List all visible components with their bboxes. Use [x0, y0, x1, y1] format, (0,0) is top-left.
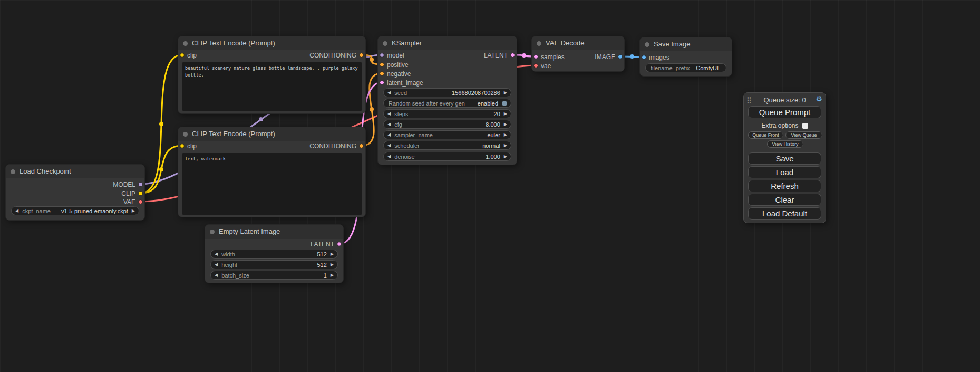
- decrement-arrow-icon[interactable]: ◀: [215, 262, 218, 267]
- increment-arrow-icon[interactable]: ▶: [331, 262, 334, 267]
- view-history-button[interactable]: View History: [767, 140, 803, 148]
- node-title-bar[interactable]: KSampler: [378, 36, 517, 50]
- increment-arrow-icon[interactable]: ▶: [504, 143, 507, 148]
- collapse-dot-icon[interactable]: [383, 41, 387, 46]
- node-empty-latent-image[interactable]: Empty Latent Image LATENT ◀ width 512 ▶ …: [205, 224, 344, 283]
- widget-batch-size[interactable]: ◀ batch_size 1 ▶: [210, 271, 338, 280]
- output-socket-latent[interactable]: [337, 242, 342, 246]
- decrement-arrow-icon[interactable]: ◀: [215, 273, 218, 278]
- widget-steps[interactable]: ◀ steps 20 ▶: [383, 109, 511, 118]
- widget-cfg[interactable]: ◀ cfg 8.000 ▶: [383, 120, 511, 129]
- increment-arrow-icon[interactable]: ▶: [331, 273, 334, 278]
- input-socket-model[interactable]: [380, 53, 384, 58]
- widget-height[interactable]: ◀ height 512 ▶: [210, 260, 338, 269]
- increment-arrow-icon[interactable]: ▶: [504, 111, 507, 116]
- save-button[interactable]: Save: [748, 152, 821, 165]
- collapse-dot-icon[interactable]: [183, 132, 188, 137]
- input-label-images: images: [649, 54, 669, 61]
- wire-midpoint-dot: [522, 53, 526, 58]
- view-queue-button[interactable]: View Queue: [785, 131, 822, 139]
- node-vae-decode[interactable]: VAE Decode samples vae IMAGE: [531, 36, 625, 72]
- input-label-model: model: [387, 52, 404, 59]
- output-socket-vae[interactable]: [138, 199, 143, 204]
- widget-sampler-name[interactable]: ◀ sampler_name euler ▶: [383, 130, 511, 139]
- input-socket-images[interactable]: [642, 55, 646, 60]
- collapse-dot-icon[interactable]: [11, 169, 15, 174]
- queue-prompt-button[interactable]: Queue Prompt: [748, 106, 821, 118]
- output-label-image: IMAGE: [595, 53, 615, 61]
- node-title-bar[interactable]: CLIP Text Encode (Prompt): [178, 127, 365, 141]
- seed-toggle-icon[interactable]: [502, 101, 507, 106]
- prompt-textarea[interactable]: text, watermark: [182, 153, 362, 215]
- comfyui-canvas[interactable]: { "colors": { "model": "#B39DDB", "clip"…: [0, 0, 980, 372]
- collapse-dot-icon[interactable]: [210, 230, 215, 234]
- input-socket-vae[interactable]: [533, 63, 538, 68]
- widget-random-seed[interactable]: Random seed after every gen enabled: [383, 99, 511, 108]
- node-title: CLIP Text Encode (Prompt): [192, 130, 275, 138]
- decrement-arrow-icon[interactable]: ◀: [387, 154, 391, 159]
- input-socket-clip[interactable]: [180, 144, 185, 148]
- decrement-arrow-icon[interactable]: ◀: [387, 90, 391, 95]
- widget-scheduler[interactable]: ◀ scheduler normal ▶: [383, 141, 511, 150]
- collapse-dot-icon[interactable]: [537, 41, 541, 46]
- output-socket-model[interactable]: [138, 182, 143, 187]
- decrement-arrow-icon[interactable]: ◀: [387, 111, 391, 116]
- widget-ckpt-name[interactable]: ◀ ckpt_name v1-5-pruned-emaonly.ckpt ▶: [11, 206, 139, 215]
- node-save-image[interactable]: Save Image images filename_prefix ComfyU…: [639, 37, 732, 77]
- decrement-arrow-icon[interactable]: ◀: [387, 143, 391, 148]
- refresh-button[interactable]: Refresh: [748, 180, 821, 192]
- clear-button[interactable]: Clear: [748, 194, 821, 206]
- input-socket-samples[interactable]: [533, 54, 538, 59]
- widget-seed[interactable]: ◀ seed 156680208700286 ▶: [383, 88, 511, 97]
- input-socket-negative[interactable]: [380, 71, 384, 76]
- input-socket-latent-image[interactable]: [380, 80, 384, 85]
- queue-front-button[interactable]: Queue Front: [748, 131, 783, 139]
- node-clip-text-encode-positive[interactable]: CLIP Text Encode (Prompt) clip CONDITION…: [178, 36, 366, 114]
- node-title-bar[interactable]: Empty Latent Image: [205, 225, 343, 239]
- load-button[interactable]: Load: [748, 166, 821, 178]
- increment-arrow-icon[interactable]: ▶: [504, 154, 507, 159]
- prompt-textarea[interactable]: beautiful scenery nature glass bottle la…: [182, 62, 362, 111]
- node-title-bar[interactable]: VAE Decode: [532, 36, 624, 50]
- wire-midpoint-dot: [259, 117, 263, 121]
- decrement-arrow-icon[interactable]: ◀: [387, 132, 391, 137]
- settings-gear-icon[interactable]: ⚙: [816, 94, 822, 103]
- widget-label: cfg: [394, 121, 402, 128]
- widget-denoise[interactable]: ◀ denoise 1.000 ▶: [383, 152, 511, 161]
- output-socket-image[interactable]: [618, 54, 623, 59]
- output-socket-conditioning[interactable]: [359, 53, 364, 58]
- node-title-bar[interactable]: Load Checkpoint: [6, 165, 144, 178]
- increment-arrow-icon[interactable]: ▶: [504, 132, 507, 137]
- output-socket-conditioning[interactable]: [359, 144, 364, 148]
- wire-midpoint-dot: [159, 167, 163, 171]
- load-default-button[interactable]: Load Default: [748, 207, 821, 220]
- node-ksampler[interactable]: KSampler model positive negative latent_…: [377, 36, 517, 165]
- decrement-arrow-icon[interactable]: ◀: [15, 208, 18, 213]
- node-title-bar[interactable]: CLIP Text Encode (Prompt): [178, 36, 365, 50]
- output-socket-latent[interactable]: [510, 53, 515, 58]
- queue-size-label: Queue size: 0: [744, 96, 826, 104]
- node-clip-text-encode-negative[interactable]: CLIP Text Encode (Prompt) clip CONDITION…: [178, 127, 366, 217]
- node-load-checkpoint[interactable]: Load Checkpoint MODEL CLIP VAE ◀ ckpt_na…: [5, 164, 145, 221]
- increment-arrow-icon[interactable]: ▶: [504, 90, 507, 95]
- input-socket-positive[interactable]: [380, 62, 384, 67]
- wire-midpoint-dot: [370, 107, 374, 111]
- widget-value: v1-5-pruned-emaonly.ckpt: [61, 208, 128, 214]
- increment-arrow-icon[interactable]: ▶: [132, 208, 135, 213]
- input-socket-clip[interactable]: [180, 53, 185, 58]
- collapse-dot-icon[interactable]: [645, 42, 649, 47]
- decrement-arrow-icon[interactable]: ◀: [387, 122, 391, 127]
- collapse-dot-icon[interactable]: [183, 41, 188, 46]
- widget-label: Random seed after every gen: [389, 100, 465, 107]
- decrement-arrow-icon[interactable]: ◀: [215, 252, 218, 256]
- increment-arrow-icon[interactable]: ▶: [331, 252, 334, 256]
- widget-width[interactable]: ◀ width 512 ▶: [210, 250, 338, 259]
- output-socket-clip[interactable]: [138, 191, 143, 196]
- extra-options-checkbox[interactable]: [802, 123, 808, 129]
- widget-label: batch_size: [221, 272, 249, 279]
- widget-label: ckpt_name: [22, 208, 51, 214]
- node-title-bar[interactable]: Save Image: [640, 37, 732, 51]
- increment-arrow-icon[interactable]: ▶: [504, 122, 507, 127]
- widget-filename-prefix[interactable]: filename_prefix ComfyUI: [645, 63, 726, 72]
- widget-value: 156680208700286: [452, 90, 500, 96]
